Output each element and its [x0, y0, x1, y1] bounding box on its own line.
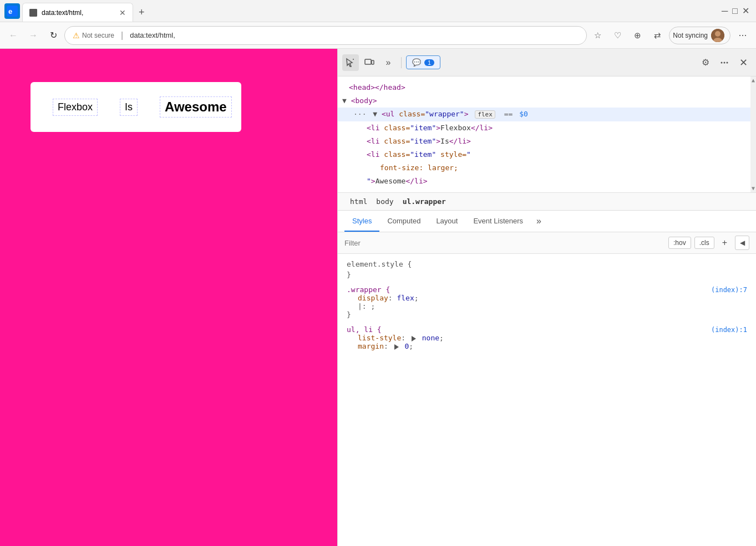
ul-li-selector[interactable]: ul, li { — [347, 325, 382, 334]
cls-button[interactable]: .cls — [694, 237, 714, 249]
breadcrumb-bar: html body ul.wrapper — [338, 193, 756, 211]
display-colon: : — [388, 294, 397, 302]
html-tree: <head></head> ▼ <body> ··· ▼ <ul class="… — [338, 76, 756, 193]
tab-area: data:text/html, ✕ + — [22, 0, 150, 22]
css-rules: element.style { } .wrapper { (index):7 d… — [338, 254, 756, 546]
awesome-style-close: " — [367, 177, 371, 185]
tree-line-li2[interactable]: <li class="item">Is</li> — [338, 135, 756, 148]
panel-tabs-more[interactable]: » — [533, 211, 545, 232]
devtools-settings-button[interactable]: ⚙ — [697, 54, 714, 71]
favorites-icon[interactable]: ☆ — [589, 27, 606, 44]
wrapper-cursor-line[interactable]: |: ; — [358, 302, 747, 310]
body-tag: <body> — [351, 96, 377, 105]
li3-class-val: "item" — [410, 150, 436, 159]
scroll-up-arrow[interactable]: ▲ — [750, 76, 756, 84]
wrapper-source-link[interactable]: (index):7 — [711, 286, 747, 294]
flex-badge[interactable]: flex — [475, 110, 495, 119]
filter-input[interactable] — [344, 239, 665, 247]
add-style-button[interactable]: + — [718, 236, 732, 249]
close-window-button[interactable]: ✕ — [742, 6, 749, 16]
li2-close: > — [436, 137, 440, 145]
tree-line-li3[interactable]: <li class="item" style=" — [338, 148, 756, 161]
css-rule-element-selector[interactable]: element.style { — [347, 258, 747, 271]
tree-line-awesome[interactable]: ">Awesome</li> — [338, 175, 756, 188]
devtools-panels-more-button[interactable]: » — [380, 54, 397, 71]
tree-line-ul[interactable]: ··· ▼ <ul class="wrapper"> flex == $0 — [338, 108, 756, 121]
title-bar: e data:text/html, ✕ + ─ □ ✕ — [0, 0, 756, 22]
tab-event-listeners[interactable]: Event Listeners — [465, 211, 531, 232]
triangle-icon — [412, 336, 416, 341]
wrapper-rule-body: display: flex; |: ; — [347, 294, 747, 310]
more-options-button[interactable]: ··· — [734, 27, 752, 44]
margin-prop-name: margin — [358, 342, 384, 350]
flexbox-demo: Flexbox Is Awesome — [31, 82, 241, 132]
address-text: data:text/html, — [130, 31, 175, 39]
navigation-bar: ← → ↻ ⚠ Not secure | data:text/html, ☆ ♡… — [0, 22, 756, 49]
ul-class-value: "wrapper" — [425, 110, 464, 118]
layout-toggle-button[interactable]: ◀ — [735, 236, 749, 250]
html-tree-scrollbar[interactable]: ▲ ▼ — [750, 76, 756, 192]
expand-ul[interactable]: ▼ — [373, 110, 377, 118]
device-toggle-button[interactable] — [361, 54, 378, 71]
share-icon[interactable]: ⇄ — [649, 27, 666, 44]
active-tab[interactable]: data:text/html, ✕ — [22, 3, 133, 22]
tree-line-li1[interactable]: <li class="item">Flexbox</li> — [338, 121, 756, 135]
panel-tabs: Styles Computed Layout Event Listeners » — [338, 211, 756, 232]
eq-sign: == — [504, 110, 513, 118]
profile-button[interactable]: Not syncing — [669, 27, 730, 44]
triangle-icon-2 — [394, 344, 399, 350]
svg-point-11 — [727, 62, 728, 63]
collections-icon[interactable]: ⊕ — [629, 27, 646, 44]
tab-styles[interactable]: Styles — [344, 211, 379, 232]
breadcrumb-body[interactable]: body — [373, 196, 397, 207]
devtools-close-button[interactable]: ✕ — [735, 54, 752, 71]
breadcrumb-ul-wrapper[interactable]: ul.wrapper — [399, 196, 449, 207]
minimize-button[interactable]: ─ — [722, 6, 728, 16]
tab-layout[interactable]: Layout — [428, 211, 465, 232]
hov-button[interactable]: :hov — [668, 237, 691, 249]
not-syncing-label: Not syncing — [673, 32, 708, 39]
element-style-close: } — [347, 271, 747, 279]
console-button[interactable]: 💬 1 — [406, 55, 440, 69]
li1-close: > — [436, 124, 440, 132]
inspect-element-button[interactable] — [342, 54, 359, 71]
scroll-down-arrow[interactable]: ▼ — [750, 185, 756, 192]
li3-class: class= — [384, 150, 410, 159]
margin-triangle-icon[interactable] — [393, 342, 405, 350]
li1-class-val: "item" — [410, 124, 436, 132]
display-semi: ; — [414, 294, 419, 302]
breadcrumb-html[interactable]: html — [347, 196, 371, 207]
list-style-prop[interactable]: list-style: none; — [358, 334, 747, 342]
devtools-more-button[interactable] — [716, 54, 733, 71]
back-button[interactable]: ← — [4, 27, 22, 44]
tree-line-body[interactable]: ▼ <body> — [338, 94, 756, 108]
maximize-button[interactable]: □ — [732, 6, 738, 16]
font-prop: font-size: larger; — [380, 164, 458, 172]
tree-dots: ··· — [353, 110, 366, 118]
wrapper-selector[interactable]: .wrapper { — [347, 285, 390, 294]
li3-style: style= — [436, 150, 466, 159]
list-style-value: none — [422, 334, 439, 342]
tab-computed[interactable]: Computed — [379, 211, 428, 232]
flex-item-awesome: Awesome — [160, 96, 232, 118]
margin-prop[interactable]: margin: 0; — [358, 342, 747, 350]
tree-line-head[interactable]: <head></head> — [338, 81, 756, 94]
ul-class-attr: class= — [399, 110, 425, 118]
tab-close-button[interactable]: ✕ — [119, 8, 126, 17]
wrapper-rule-header: .wrapper { (index):7 — [347, 285, 747, 294]
forward-button[interactable]: → — [24, 27, 42, 44]
li2-open: <li — [367, 137, 384, 145]
expand-body[interactable]: ▼ — [342, 96, 347, 105]
list-style-triangle-icon[interactable] — [410, 334, 422, 342]
wrapper-display-prop[interactable]: display: flex; — [358, 294, 747, 302]
tab-title: data:text/html, — [42, 9, 83, 17]
devtools-toolbar: » 💬 1 ⚙ ✕ — [338, 49, 756, 76]
refresh-button[interactable]: ↻ — [44, 27, 62, 44]
new-tab-button[interactable]: + — [133, 3, 150, 22]
address-bar[interactable]: ⚠ Not secure | data:text/html, — [64, 26, 587, 45]
ul-li-source-link[interactable]: (index):1 — [711, 326, 747, 334]
browser-icon: e — [4, 3, 20, 19]
reading-list-icon[interactable]: ♡ — [609, 27, 626, 44]
flex-item-is: Is — [120, 99, 138, 116]
css-rule-wrapper: .wrapper { (index):7 display: flex; |: ;… — [347, 285, 747, 319]
